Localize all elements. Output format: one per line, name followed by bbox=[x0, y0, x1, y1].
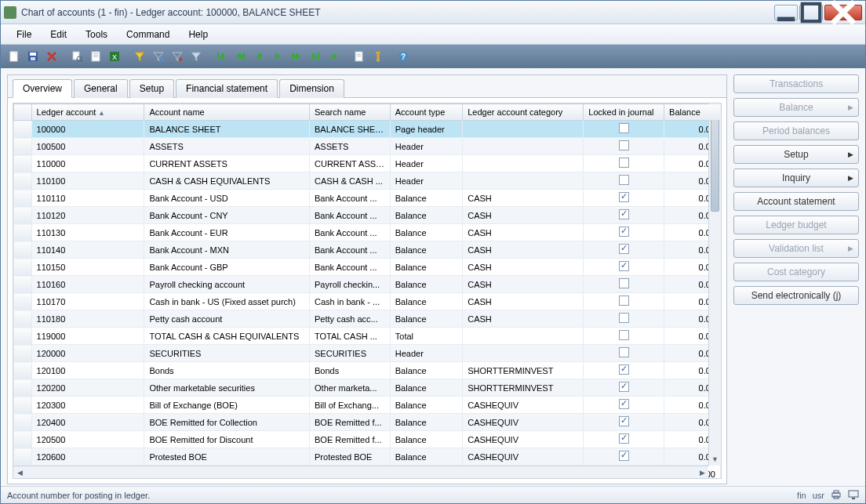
locked-checkbox[interactable] bbox=[619, 364, 629, 375]
nav-play-back-icon[interactable] bbox=[250, 48, 267, 65]
cell-locked[interactable] bbox=[584, 172, 664, 190]
table-row[interactable]: 110110Bank Account - USDBank Account ...… bbox=[14, 190, 721, 207]
cell-cat[interactable] bbox=[463, 345, 584, 362]
document-icon[interactable] bbox=[351, 48, 368, 65]
locked-checkbox[interactable] bbox=[619, 451, 629, 461]
cell-locked[interactable] bbox=[584, 448, 664, 466]
locked-checkbox[interactable] bbox=[619, 209, 629, 219]
row-selector[interactable] bbox=[14, 293, 32, 310]
row-selector[interactable] bbox=[14, 414, 32, 431]
cell-type[interactable]: Header bbox=[390, 172, 462, 190]
scroll-thumb[interactable] bbox=[711, 118, 719, 212]
cell-search[interactable]: Cash in bank - ... bbox=[310, 293, 391, 310]
filter-auto-icon[interactable] bbox=[131, 48, 148, 65]
row-selector[interactable] bbox=[14, 345, 32, 362]
export-excel-icon[interactable]: X bbox=[106, 48, 123, 65]
cell-search[interactable]: Bank Account ... bbox=[310, 224, 391, 241]
cell-ledger[interactable]: 120500 bbox=[31, 431, 144, 448]
table-row[interactable]: 120200Other marketable securitiesOther m… bbox=[14, 379, 721, 397]
cell-locked[interactable] bbox=[584, 362, 664, 379]
cell-cat[interactable]: CASHEQUIV bbox=[463, 431, 584, 448]
cell-type[interactable]: Balance bbox=[390, 431, 462, 448]
table-row[interactable]: 110000CURRENT ASSETSCURRENT ASSE...Heade… bbox=[14, 155, 721, 172]
table-row[interactable]: 100500ASSETSASSETSHeader0.00 bbox=[14, 138, 721, 155]
tab-overview[interactable]: Overview bbox=[13, 79, 72, 98]
maximize-button[interactable] bbox=[799, 5, 823, 20]
cell-locked[interactable] bbox=[584, 259, 664, 276]
cell-search[interactable]: Bonds bbox=[310, 362, 391, 379]
attachments-icon[interactable] bbox=[369, 48, 387, 65]
scroll-down-icon[interactable]: ▼ bbox=[709, 453, 721, 466]
cell-type[interactable]: Balance bbox=[390, 293, 462, 310]
side-inquiry-button[interactable]: Inquiry▶ bbox=[733, 169, 859, 187]
tab-general[interactable]: General bbox=[74, 79, 128, 98]
row-selector[interactable] bbox=[14, 224, 32, 241]
cell-name[interactable]: Payroll checking account bbox=[144, 276, 310, 293]
side-setup-button[interactable]: Setup▶ bbox=[733, 145, 859, 164]
cell-type[interactable]: Balance bbox=[390, 190, 462, 207]
column-balance[interactable]: Balance bbox=[664, 104, 721, 121]
cell-cat[interactable]: CASH bbox=[463, 293, 584, 310]
cell-name[interactable]: Bill of Exchange (BOE) bbox=[144, 397, 310, 414]
titlebar[interactable]: Chart of accounts (1 - fin) - Ledger acc… bbox=[1, 1, 865, 24]
table-row[interactable]: 110120Bank Account - CNYBank Account ...… bbox=[14, 207, 721, 224]
locked-checkbox[interactable] bbox=[619, 192, 629, 202]
locked-checkbox[interactable] bbox=[619, 382, 629, 392]
side-send-electronically-j--button[interactable]: Send electronically (j) bbox=[733, 286, 859, 305]
cell-ledger[interactable]: 110100 bbox=[31, 172, 144, 190]
cell-cat[interactable]: CASH bbox=[463, 224, 584, 241]
cell-ledger[interactable]: 110160 bbox=[31, 276, 144, 293]
status-currency[interactable]: fin bbox=[797, 491, 806, 500]
locked-checkbox[interactable] bbox=[619, 261, 629, 271]
locked-checkbox[interactable] bbox=[619, 227, 629, 237]
table-row[interactable]: 110150Bank Account - GBPBank Account ...… bbox=[14, 259, 721, 276]
tab-financial-statement[interactable]: Financial statement bbox=[176, 79, 278, 98]
cell-type[interactable]: Balance bbox=[390, 362, 462, 379]
cell-name[interactable]: Petty cash account bbox=[144, 310, 310, 328]
cell-ledger[interactable]: 110150 bbox=[31, 259, 144, 276]
cell-cat[interactable]: CASH bbox=[463, 241, 584, 259]
cell-locked[interactable] bbox=[584, 293, 664, 310]
scroll-right-icon[interactable]: ▶ bbox=[696, 466, 708, 478]
nav-prev-icon[interactable] bbox=[231, 48, 249, 65]
menu-command[interactable]: Command bbox=[118, 26, 177, 43]
column-search[interactable]: Search name bbox=[310, 104, 391, 121]
cell-locked[interactable] bbox=[584, 328, 664, 345]
cell-cat[interactable] bbox=[463, 121, 584, 138]
status-monitor-icon[interactable] bbox=[848, 490, 859, 501]
tab-setup[interactable]: Setup bbox=[129, 79, 174, 98]
cell-cat[interactable]: SHORTTERMINVEST bbox=[463, 362, 584, 379]
cell-type[interactable]: Header bbox=[390, 345, 462, 362]
cell-locked[interactable] bbox=[584, 241, 664, 259]
table-row[interactable]: 110180Petty cash accountPetty cash acc..… bbox=[14, 310, 721, 328]
row-selector[interactable] bbox=[14, 172, 32, 190]
nav-next-icon[interactable] bbox=[288, 48, 305, 65]
column-ledger[interactable]: Ledger account bbox=[31, 104, 144, 121]
cell-name[interactable]: Bank Account - MXN bbox=[144, 241, 310, 259]
row-selector[interactable] bbox=[14, 190, 32, 207]
nav-end-icon[interactable] bbox=[326, 48, 343, 65]
table-row[interactable]: 110130Bank Account - EURBank Account ...… bbox=[14, 224, 721, 241]
cell-cat[interactable] bbox=[463, 155, 584, 172]
cell-ledger[interactable]: 120100 bbox=[31, 362, 144, 379]
side-account-statement-button[interactable]: Account statement bbox=[733, 192, 859, 211]
cell-search[interactable]: BOE Remitted f... bbox=[310, 414, 391, 431]
cell-search[interactable]: BALANCE SHEET bbox=[310, 121, 391, 138]
cell-name[interactable]: CASH & CASH EQUIVALENTS bbox=[144, 172, 310, 190]
cell-ledger[interactable]: 110120 bbox=[31, 207, 144, 224]
cell-ledger[interactable]: 120600 bbox=[31, 448, 144, 466]
menu-help[interactable]: Help bbox=[180, 26, 216, 43]
cell-locked[interactable] bbox=[584, 155, 664, 172]
cell-search[interactable]: Bank Account ... bbox=[310, 190, 391, 207]
row-selector[interactable] bbox=[14, 397, 32, 414]
save-icon[interactable] bbox=[24, 48, 42, 65]
locked-checkbox[interactable] bbox=[619, 158, 629, 168]
cell-locked[interactable] bbox=[584, 379, 664, 397]
cell-search[interactable]: Protested BOE bbox=[310, 448, 391, 466]
cell-ledger[interactable]: 110000 bbox=[31, 155, 144, 172]
cell-name[interactable]: TOTAL CASH & CASH EQUIVALENTS bbox=[144, 328, 310, 345]
locked-checkbox[interactable] bbox=[619, 296, 629, 306]
table-row[interactable]: 120000SECURITIESSECURITIESHeader0.00 bbox=[14, 345, 721, 362]
status-printer-icon[interactable] bbox=[831, 490, 842, 501]
delete-icon[interactable] bbox=[43, 48, 60, 65]
